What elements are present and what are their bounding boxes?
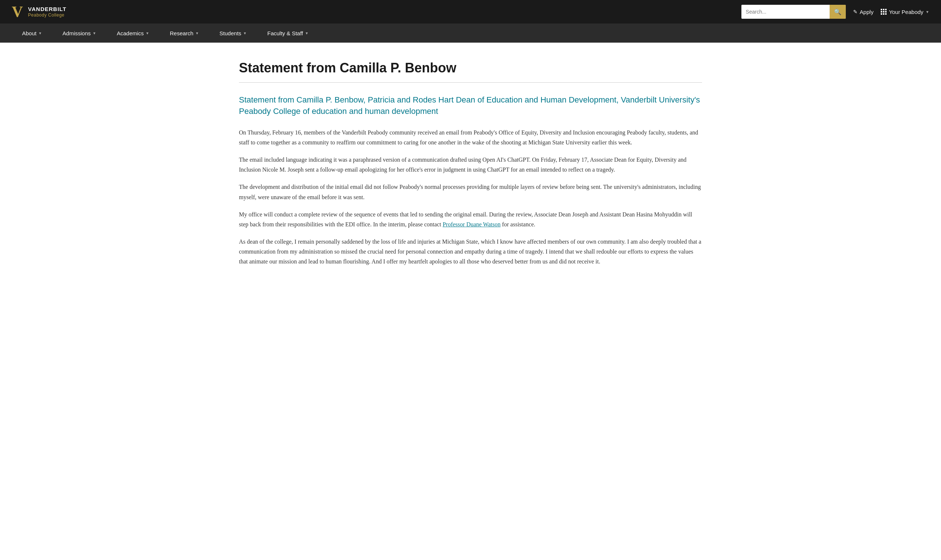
body-paragraph-1: On Thursday, February 16, members of the… [239, 128, 702, 147]
body-paragraph-3: The development and distribution of the … [239, 182, 702, 202]
grid-icon [881, 9, 887, 15]
logo-v-icon: V [12, 4, 23, 20]
nav-item-admissions[interactable]: Admissions ▼ [52, 23, 106, 43]
paragraph4-after-link: for assistance. [501, 221, 536, 228]
title-divider [239, 82, 702, 83]
nav-admissions-label: Admissions [63, 30, 91, 36]
nav-academics-chevron: ▼ [146, 31, 149, 35]
page-title: Statement from Camilla P. Benbow [239, 60, 702, 76]
logo-peabody: Peabody College [28, 12, 66, 18]
nav-research-chevron: ▼ [195, 31, 199, 35]
main-content: Statement from Camilla P. Benbow Stateme… [217, 43, 724, 303]
search-button[interactable]: 🔍 [830, 5, 846, 19]
body-paragraph-4: My office will conduct a complete review… [239, 209, 702, 229]
nav-admissions-chevron: ▼ [92, 31, 96, 35]
logo-text: VANDERBILT Peabody College [28, 6, 66, 18]
nav-about-label: About [22, 30, 36, 36]
nav-item-about[interactable]: About ▼ [12, 23, 52, 43]
your-peabody-label: Your Peabody [889, 9, 923, 15]
apply-button[interactable]: ✎ Apply [853, 9, 874, 15]
body-paragraph-5: As dean of the college, I remain persona… [239, 237, 702, 267]
nav-students-label: Students [219, 30, 241, 36]
professor-duane-watson-link[interactable]: Professor Duane Watson [442, 221, 501, 228]
nav-item-research[interactable]: Research ▼ [160, 23, 209, 43]
article-heading-link[interactable]: Statement from Camilla P. Benbow, Patric… [239, 94, 702, 117]
nav-faculty-staff-chevron: ▼ [305, 31, 308, 35]
nav-research-label: Research [170, 30, 193, 36]
topbar: V VANDERBILT Peabody College 🔍 ✎ Apply Y… [0, 0, 941, 23]
body-paragraph-2: The email included language indicating i… [239, 155, 702, 175]
your-peabody-chevron: ▼ [926, 10, 929, 14]
logo-vanderbilt: VANDERBILT [28, 6, 66, 12]
nav-about-chevron: ▼ [38, 31, 42, 35]
nav-students-chevron: ▼ [243, 31, 246, 35]
nav-faculty-staff-label: Faculty & Staff [267, 30, 303, 36]
search-input[interactable] [741, 5, 830, 19]
topbar-right: 🔍 ✎ Apply Your Peabody ▼ [741, 5, 929, 19]
topbar-left: V VANDERBILT Peabody College [12, 4, 66, 20]
your-peabody-button[interactable]: Your Peabody ▼ [881, 9, 929, 15]
search-box: 🔍 [741, 5, 846, 19]
nav-academics-label: Academics [117, 30, 144, 36]
nav-item-academics[interactable]: Academics ▼ [106, 23, 160, 43]
apply-label: Apply [860, 9, 874, 15]
navbar: About ▼ Admissions ▼ Academics ▼ Researc… [0, 23, 941, 43]
nav-item-faculty-staff[interactable]: Faculty & Staff ▼ [257, 23, 319, 43]
nav-item-students[interactable]: Students ▼ [209, 23, 257, 43]
apply-icon: ✎ [853, 9, 858, 15]
